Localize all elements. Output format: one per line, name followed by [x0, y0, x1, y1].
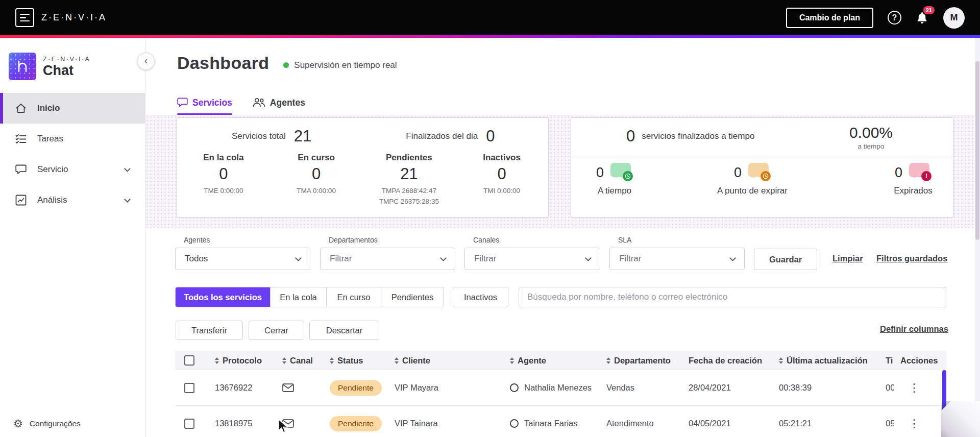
- department-cell: Vendas: [600, 383, 682, 393]
- services-tab-icon: [177, 98, 188, 107]
- metric-pendientes: Pendientes 21 TMPA 2688:42:47TMPC 26375:…: [363, 153, 456, 207]
- sidebar-collapse-button[interactable]: ‹: [137, 53, 155, 70]
- col-fecha-creacion[interactable]: Fecha de creación: [682, 356, 773, 366]
- brand-gradient-divider: [0, 35, 980, 38]
- saved-filters-link[interactable]: Filtros guardados: [876, 254, 947, 263]
- col-cliente[interactable]: Cliente: [388, 356, 504, 366]
- col-agente[interactable]: Agente: [504, 356, 600, 366]
- metric-en-la-cola: En la cola 0 TME 0:00:00: [177, 153, 270, 207]
- analytics-icon: [15, 195, 27, 206]
- email-channel-icon: [282, 419, 294, 428]
- home-icon: [15, 103, 27, 114]
- logo-brand-text: Z·E·N·V·I·A: [43, 56, 90, 63]
- sla-expired: 0 ! Expirados: [875, 163, 951, 196]
- col-departamento[interactable]: Departamento: [600, 356, 682, 366]
- tab-en-curso[interactable]: En curso: [326, 287, 381, 307]
- kebab-menu-icon[interactable]: ⋮: [909, 382, 920, 394]
- actions-cell: ⋮: [894, 382, 946, 394]
- service-status-tabs: Todos los servicios En la cola En curso …: [175, 287, 444, 307]
- sidebar-item-inicio[interactable]: Inicio: [0, 93, 145, 124]
- tab-servicios[interactable]: Servicios: [177, 98, 232, 115]
- created-cell: 04/05/2021: [682, 419, 773, 428]
- topbar: Z·E·N·V·I·A Cambio de plan ? 21 M: [0, 0, 980, 35]
- channel-cell: [276, 419, 324, 428]
- departamentos-select[interactable]: Filtrar: [320, 248, 455, 270]
- kebab-menu-icon[interactable]: ⋮: [909, 418, 920, 429]
- notification-count-badge: 21: [923, 6, 935, 14]
- finished-today: Finalizados del dia 0: [406, 127, 495, 145]
- close-button[interactable]: Cerrar: [249, 321, 304, 340]
- row-checkbox[interactable]: [184, 383, 194, 393]
- time-cell-truncated: 05: [879, 419, 894, 428]
- main-content: Dashboard Supervisión en tiempo real Ser…: [145, 38, 980, 437]
- status-badge: Pendiente: [330, 416, 382, 431]
- agent-cell: Nathalia Menezes: [504, 383, 600, 393]
- chevron-down-icon: [295, 255, 302, 261]
- sort-icon: [606, 357, 610, 364]
- sort-icon: [395, 357, 399, 364]
- on-time-bubble-icon: [610, 163, 633, 182]
- change-plan-button[interactable]: Cambio de plan: [786, 8, 873, 28]
- email-channel-icon: [282, 383, 294, 392]
- sidebar-item-tareas[interactable]: Tareas: [0, 124, 145, 154]
- col-ultima-actualizacion[interactable]: Última actualización: [773, 356, 879, 366]
- sidebar-item-label: Servicio: [37, 164, 68, 175]
- page-scrollbar: [975, 38, 980, 437]
- sla-about-to-expire: 0 A punto de expirar: [709, 163, 796, 196]
- services-total-value: 21: [294, 127, 311, 145]
- sidebar-item-configuracoes[interactable]: ⚙ Configurações: [13, 418, 81, 429]
- table-row[interactable]: 13676922 Pendiente VIP Mayara Nathalia M…: [175, 370, 946, 406]
- sort-icon: [215, 357, 219, 364]
- chevron-down-icon: [440, 255, 447, 261]
- row-checkbox[interactable]: [184, 419, 194, 429]
- status-badge: Pendiente: [330, 380, 382, 396]
- sidebar-item-servicio[interactable]: Servicio: [0, 154, 145, 185]
- tab-agentes[interactable]: Agentes: [253, 98, 305, 115]
- sla-select[interactable]: Filtrar: [609, 248, 745, 270]
- transfer-button[interactable]: Transferir: [176, 321, 243, 340]
- tab-inactivos[interactable]: Inactivos: [453, 287, 508, 307]
- define-columns-link[interactable]: Definir columnas: [880, 324, 948, 334]
- user-avatar[interactable]: M: [943, 7, 965, 29]
- search-input[interactable]: [519, 287, 946, 307]
- canales-select[interactable]: Filtrar: [464, 248, 600, 270]
- col-protocolo[interactable]: Protocolo: [209, 356, 276, 366]
- zenvia-brand-text: Z·E·N·V·I·A: [41, 12, 107, 23]
- chevron-down-icon: [124, 165, 131, 172]
- gear-icon: ⚙: [13, 418, 23, 429]
- chevron-down-icon: [729, 255, 736, 261]
- filter-sla: SLA Filtrar: [609, 236, 745, 270]
- sidebar-item-label: Inicio: [37, 103, 60, 113]
- zenvia-logo: Z·E·N·V·I·A: [15, 8, 107, 27]
- updated-cell: 05:21:21: [773, 419, 879, 428]
- dashboard-tabs: Servicios Agentes: [177, 98, 305, 115]
- discard-button[interactable]: Descartar: [309, 321, 379, 340]
- sla-on-time: 0 A tiempo: [576, 163, 653, 196]
- select-all-checkbox[interactable]: [184, 355, 194, 366]
- notifications-bell-icon[interactable]: 21: [916, 11, 929, 25]
- clear-filters-link[interactable]: Limpiar: [832, 254, 863, 263]
- col-tiempo-truncated[interactable]: Ti: [879, 356, 894, 366]
- tab-pendientes[interactable]: Pendientes: [381, 287, 444, 307]
- col-status[interactable]: Status: [324, 356, 388, 366]
- sidebar-item-analisis[interactable]: Análisis: [0, 185, 145, 215]
- services-summary-card: Servicios total 21 Finalizados del dia 0…: [177, 117, 549, 217]
- live-status: Supervisión en tiempo real: [283, 60, 397, 70]
- live-status-label: Supervisión en tiempo real: [294, 60, 397, 70]
- sla-finished-label: servicios finalizados a tiempo: [642, 131, 754, 141]
- sidebar-menu: Inicio Tareas Servicio Análisis: [0, 93, 145, 215]
- tab-todos-los-servicios[interactable]: Todos los servicios: [176, 287, 270, 307]
- services-total: Servicios total 21: [232, 127, 311, 145]
- col-canal[interactable]: Canal: [276, 356, 324, 366]
- page-scrollbar-thumb[interactable]: [975, 61, 979, 240]
- filter-agentes: Agentes Todos: [175, 236, 310, 270]
- sidebar-item-label: Análisis: [37, 195, 67, 205]
- agent-avatar-icon: [510, 419, 519, 428]
- table-row[interactable]: 13818975 Pendiente VIP Tainara Tainara F…: [175, 406, 946, 437]
- help-icon[interactable]: ?: [888, 11, 901, 25]
- sla-finished: 0 servicios finalizados a tiempo: [626, 127, 754, 145]
- tab-en-la-cola[interactable]: En la cola: [270, 287, 326, 307]
- agentes-select[interactable]: Todos: [175, 248, 310, 270]
- save-filters-button[interactable]: Guardar: [754, 249, 817, 270]
- zenvia-chat-logo: Z·E·N·V·I·A Chat: [9, 53, 90, 80]
